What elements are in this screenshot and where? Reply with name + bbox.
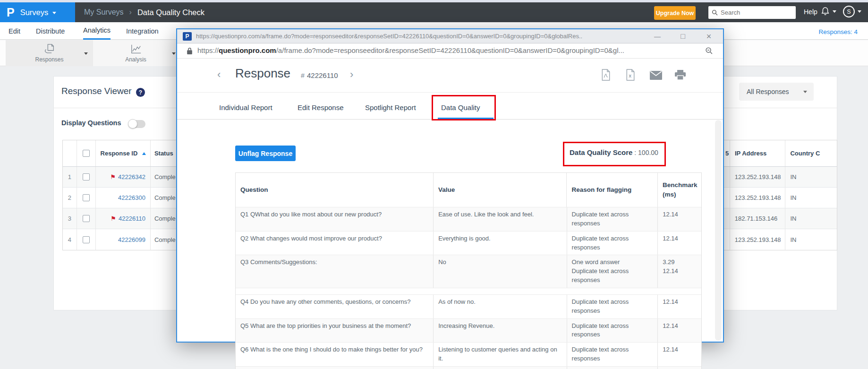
response-id-link[interactable]: 42226300 bbox=[118, 194, 145, 201]
question-cell: Q5 What are the top priorities in your b… bbox=[236, 319, 434, 343]
annotation-box-score bbox=[563, 142, 666, 166]
row-select-cell bbox=[77, 188, 96, 208]
reason-cell: Duplicate text across responses bbox=[567, 295, 658, 318]
response-id-link[interactable]: 42226342 bbox=[118, 173, 145, 180]
reason-header: Reason for flagging bbox=[567, 173, 658, 207]
row-checkbox[interactable] bbox=[83, 236, 90, 243]
tab-distribute[interactable]: Distribute bbox=[36, 22, 65, 40]
reason-cell: Duplicate text across responses bbox=[567, 232, 658, 255]
reason-line: Duplicate text across responses bbox=[572, 267, 653, 285]
country-code-header[interactable]: Country C bbox=[785, 140, 837, 166]
popup-titlebar[interactable]: P https://questionpro.com/a/frame.do?mod… bbox=[177, 29, 723, 43]
question-cell: Q3 Comments/Suggestions: bbox=[236, 255, 434, 288]
previous-response-chevron[interactable]: ‹ bbox=[217, 69, 221, 80]
table-row[interactable]: 123.252.193.148 IN bbox=[708, 188, 837, 208]
ip-cell: 123.252.193.148 bbox=[730, 229, 786, 250]
response-id-cell[interactable]: 42226300 bbox=[96, 188, 151, 208]
row-checkbox[interactable] bbox=[83, 194, 90, 201]
url-protocol: https:// bbox=[197, 46, 219, 54]
questionpro-logo: P bbox=[7, 6, 15, 19]
tab-individual-report[interactable]: Individual Report bbox=[219, 95, 272, 119]
chevron-down-icon bbox=[803, 91, 807, 93]
row-number: 3 bbox=[63, 208, 77, 229]
flag-icon: ⚑ bbox=[110, 173, 116, 180]
response-id-cell[interactable]: ⚑42226110 bbox=[96, 208, 151, 229]
modal-scrollbar[interactable] bbox=[715, 120, 722, 341]
chevron-down-icon[interactable] bbox=[84, 52, 88, 55]
maximize-button[interactable]: □ bbox=[677, 31, 689, 42]
url-path: /a/frame.do?mode=responseeditor&response… bbox=[276, 46, 624, 54]
table-row: Q2 What changes would most improve our p… bbox=[236, 232, 701, 256]
unflag-response-button[interactable]: Unflag Response bbox=[235, 146, 296, 161]
email-icon[interactable] bbox=[650, 71, 662, 83]
row-number: 2 bbox=[63, 188, 77, 208]
benchmark-cell: 12.14 bbox=[658, 295, 701, 318]
product-switcher[interactable]: P Surveys bbox=[0, 2, 75, 22]
row-select-cell bbox=[77, 208, 96, 229]
export-pdf-icon[interactable] bbox=[601, 69, 613, 81]
analysis-tool-button[interactable]: Analysis bbox=[93, 40, 179, 66]
address-bar[interactable]: https://questionpro.com/a/frame.do?mode=… bbox=[177, 43, 723, 59]
tab-analytics[interactable]: Analytics bbox=[83, 22, 111, 40]
response-id-header[interactable]: Response ID bbox=[96, 140, 151, 166]
minimize-button[interactable]: — bbox=[652, 31, 663, 42]
print-icon[interactable] bbox=[674, 70, 687, 82]
url-domain: questionpro.com bbox=[219, 46, 276, 54]
table-row[interactable]: 123.252.193.148 IN bbox=[708, 229, 837, 250]
avatar[interactable]: S bbox=[843, 6, 855, 17]
select-all-cell bbox=[77, 140, 96, 166]
upgrade-now-button[interactable]: Upgrade Now bbox=[654, 6, 696, 20]
value-cell: Everything is good. bbox=[434, 232, 567, 255]
response-id-cell[interactable]: ⚑42226342 bbox=[96, 167, 151, 187]
select-all-checkbox[interactable] bbox=[83, 150, 90, 157]
breadcrumb-current: Data Quality Check bbox=[137, 8, 204, 17]
help-icon[interactable]: ? bbox=[136, 88, 145, 97]
notifications-button[interactable] bbox=[821, 6, 836, 17]
help-link[interactable]: Help bbox=[804, 8, 817, 16]
row-checkbox[interactable] bbox=[83, 173, 90, 180]
response-filter-value: All Responses bbox=[747, 88, 789, 95]
row-number: 4 bbox=[63, 229, 77, 250]
breadcrumb-parent[interactable]: My Surveys bbox=[84, 8, 124, 17]
row-checkbox[interactable] bbox=[83, 215, 90, 222]
sort-ascending-icon bbox=[142, 152, 146, 155]
tab-spotlight-report[interactable]: Spotlight Report bbox=[365, 95, 416, 119]
analysis-tool-label: Analysis bbox=[125, 56, 146, 63]
question-cell: Q4 Do you have any other comments, quest… bbox=[236, 295, 434, 318]
tab-edit-response[interactable]: Edit Response bbox=[298, 95, 344, 119]
reason-cell: Duplicate text across responses bbox=[567, 207, 658, 231]
zoom-out-icon[interactable] bbox=[705, 47, 713, 55]
chevron-down-icon[interactable] bbox=[172, 52, 176, 55]
toggle-knob bbox=[128, 119, 137, 129]
table-row[interactable]: 123.252.193.148 IN bbox=[708, 167, 837, 188]
benchmark-cell: 12.14 bbox=[658, 367, 701, 369]
response-number: 42226110 bbox=[307, 71, 338, 79]
header-spacer bbox=[63, 140, 77, 166]
global-search[interactable] bbox=[708, 6, 796, 19]
response-id-link[interactable]: 42226110 bbox=[119, 215, 145, 222]
next-response-chevron[interactable]: › bbox=[350, 69, 353, 80]
response-id-link[interactable]: 42226099 bbox=[118, 236, 145, 243]
row-select-cell bbox=[77, 229, 96, 250]
display-questions-toggle[interactable] bbox=[128, 120, 145, 128]
response-id-cell[interactable]: 42226099 bbox=[96, 229, 151, 250]
ip-address-header[interactable]: IP Address bbox=[730, 140, 786, 166]
top-navbar: P Surveys My Surveys › Data Quality Chec… bbox=[0, 2, 868, 22]
reason-cell: Duplicate text across responses bbox=[567, 343, 658, 366]
table-row[interactable]: 182.71.153.146 IN bbox=[708, 208, 837, 229]
questionpro-favicon: P bbox=[183, 32, 192, 41]
search-input[interactable] bbox=[721, 9, 791, 16]
responses-count[interactable]: Responses: 4 bbox=[818, 28, 858, 35]
value-cell: As of now no. bbox=[434, 295, 567, 318]
responses-tool-button[interactable]: Responses bbox=[6, 40, 93, 66]
tab-integration[interactable]: Integration bbox=[126, 22, 159, 40]
tab-edit[interactable]: Edit bbox=[9, 22, 20, 40]
response-filter-dropdown[interactable]: All Responses bbox=[739, 83, 814, 101]
export-excel-icon[interactable]: x bbox=[625, 69, 638, 81]
display-questions-label: Display Questions bbox=[61, 119, 121, 127]
responses-table-right: 5 IP Address Country C 123.252.193.148 I… bbox=[708, 140, 837, 250]
bell-icon bbox=[821, 6, 830, 17]
country-cell: IN bbox=[785, 229, 837, 250]
close-button[interactable]: × bbox=[703, 31, 715, 42]
table-header-row: Question Value Reason for flagging Bench… bbox=[236, 173, 701, 207]
